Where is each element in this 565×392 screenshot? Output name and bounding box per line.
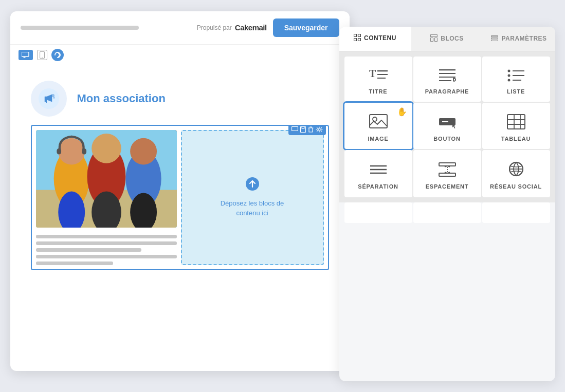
tab-contenu[interactable]: CONTENU [339,27,411,51]
block-tableau[interactable]: TABLEAU [482,103,550,149]
text-line-3 [36,248,142,252]
separation-label: SÉPARATION [358,183,398,190]
svg-rect-31 [431,38,433,41]
drop-upload-icon [245,177,260,194]
reseau-social-icon [506,160,526,178]
svg-point-11 [318,128,320,130]
paragraphe-label: PARAGRAPHE [425,88,469,95]
svg-rect-27 [358,34,361,36]
text-line-4 [36,255,177,258]
svg-rect-54 [507,115,525,129]
svg-rect-29 [358,38,361,41]
liste-icon [506,67,526,83]
cakemail-logo: Cakemail [235,23,267,32]
contenu-tab-label: CONTENU [364,34,396,42]
tableau-icon [506,113,526,130]
svg-rect-24 [82,148,86,154]
blocs-tab-label: BLOCS [441,35,464,42]
topbar-right: Propulsé par Cakemail Sauvegarder [197,18,339,37]
espacement-icon [437,161,458,178]
drop-text: Déposez les blocs de contenu ici [221,198,284,218]
bouton-label: BOUTON [433,136,460,142]
desktop-icon[interactable] [19,50,33,60]
blocs-tab-icon [430,34,438,43]
email-body-block[interactable]: Déposez les blocs de contenu ici [31,125,329,270]
save-toolbar-icon[interactable] [300,126,306,134]
redo-icon[interactable] [51,49,64,61]
blocks-tabs: CONTENU BLOCS [339,27,555,51]
editor-topbar: Propulsé par Cakemail Sauvegarder [10,11,350,45]
svg-point-4 [42,57,43,58]
titre-icon: T [368,67,389,83]
svg-point-7 [53,97,55,99]
block-image[interactable]: ✋ IMAGE [344,103,412,149]
svg-rect-8 [291,126,298,130]
parametres-tab-icon [491,34,498,43]
block-bouton[interactable]: BOUTON [413,103,481,149]
bouton-icon [437,113,458,130]
subject-bar [21,26,139,30]
text-line-5 [36,262,114,265]
paragraphe-icon [437,67,458,83]
powered-by-text: Propulsé par [197,24,232,31]
block-paragraphe[interactable]: PARAGRAPHE [413,57,481,102]
svg-rect-50 [370,115,387,128]
espacement-label: ESPACEMENT [426,183,469,190]
block-liste[interactable]: LISTE [482,57,550,102]
editor-panel: Propulsé par Cakemail Sauvegarder [10,11,350,371]
svg-rect-28 [354,38,357,41]
svg-text:T: T [369,68,376,79]
svg-point-51 [373,117,377,121]
parametres-tab-label: PARAMÈTRES [501,35,546,42]
block-reseau-social[interactable]: RÉSEAU SOCIAL [482,150,550,197]
settings-toolbar-icon[interactable] [316,126,323,134]
photo-placeholder [36,130,177,228]
block-toolbar [288,125,326,135]
text-lines [36,233,177,265]
svg-rect-35 [491,40,498,41]
save-button[interactable]: Sauvegarder [273,18,339,37]
block-espacement[interactable]: ESPACEMENT [413,150,481,197]
image-label: IMAGE [368,136,388,142]
mobile-icon[interactable] [37,50,47,60]
svg-rect-23 [57,148,61,154]
svg-point-48 [507,79,510,81]
image-column [36,130,177,265]
titre-label: TITRE [369,88,388,95]
block-titre[interactable]: T TITRE [344,57,412,102]
powered-by: Propulsé par Cakemail [197,23,267,32]
svg-rect-0 [22,52,29,57]
association-title: Mon association [77,92,166,105]
svg-point-44 [507,69,510,72]
blocks-panel: CONTENU BLOCS [339,27,555,381]
text-line-2 [36,241,177,245]
main-container: Propulsé par Cakemail Sauvegarder [10,11,555,381]
tableau-label: TABLEAU [501,136,531,142]
svg-rect-9 [300,126,305,132]
toolbar-icons [10,45,350,65]
association-logo [31,81,67,117]
tab-parametres[interactable]: PARAMÈTRES [483,27,555,51]
editor-content: Mon association [10,65,350,363]
svg-point-21 [130,138,157,164]
text-line-1 [36,235,177,238]
svg-rect-34 [491,38,498,39]
svg-rect-33 [491,35,498,36]
svg-point-46 [507,74,510,77]
monitor-toolbar-icon[interactable] [291,126,298,134]
block-separation[interactable]: SÉPARATION [344,150,412,197]
contenu-tab-icon [354,34,361,43]
svg-rect-26 [354,34,357,36]
liste-label: LISTE [507,88,525,95]
drag-cursor-icon: ✋ [397,107,407,117]
delete-toolbar-icon[interactable] [308,126,314,134]
reseau-social-label: RÉSEAU SOCIAL [490,183,542,190]
blocks-grid: T TITRE [339,51,555,202]
drop-zone[interactable]: Déposez les blocs de contenu ici [181,130,324,265]
svg-rect-32 [435,38,438,41]
email-body-inner: Déposez les blocs de contenu ici [36,130,324,265]
separation-icon [368,161,389,178]
tab-blocs[interactable]: BLOCS [411,27,483,51]
svg-point-18 [92,134,121,163]
email-header: Mon association [31,70,329,125]
